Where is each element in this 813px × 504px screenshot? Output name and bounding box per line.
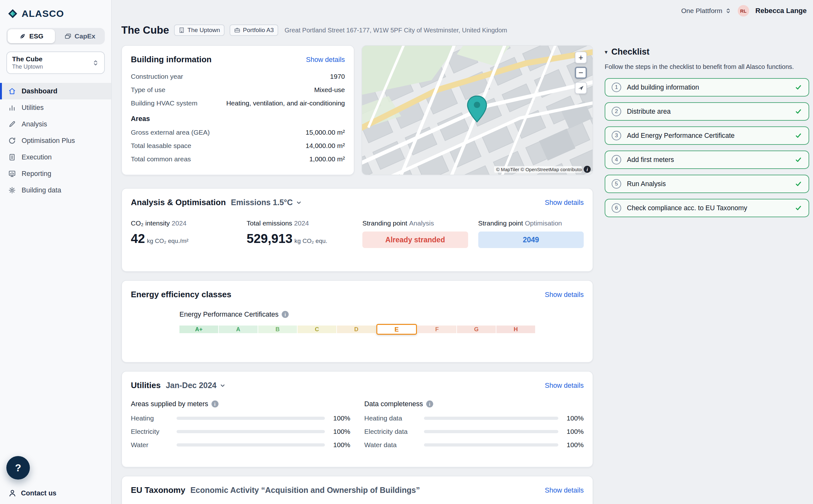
epc-class-c: C: [298, 326, 336, 333]
sidebar-item-dashboard[interactable]: Dashboard: [0, 83, 111, 99]
sidebar-item-optimisation-plus[interactable]: Optimisation Plus: [0, 132, 111, 149]
sidebar-item-building-data[interactable]: Building data: [0, 182, 111, 198]
checklist-item-6[interactable]: 6 Check compliance acc. to EU Taxonomy: [605, 199, 809, 217]
progress-bar: [424, 417, 558, 420]
metric-stranding-analysis: Stranding pointAnalysis Already stranded: [362, 219, 468, 248]
sidebar-item-label: Analysis: [22, 120, 47, 128]
checklist-item-label: Check compliance acc. to EU Taxonomy: [627, 204, 789, 212]
info-icon[interactable]: i: [282, 311, 289, 318]
app-root: ALASCO ESG CapEx The Cube The Uptown Das…: [0, 0, 813, 504]
checklist-item-2[interactable]: 2 Distribute area: [605, 102, 809, 121]
topbar: One Plattform RL Rebecca Lange: [112, 0, 813, 22]
sidebar-item-utilities[interactable]: Utilities: [0, 99, 111, 116]
info-row: Building HVAC system Heating, ventilatio…: [131, 99, 345, 107]
content: Building information Show details Constr…: [112, 45, 813, 504]
eu-taxonomy-show-details-link[interactable]: Show details: [545, 486, 584, 494]
utility-value: 100%: [563, 441, 584, 449]
avatar[interactable]: RL: [738, 5, 749, 17]
attribution-info-icon[interactable]: i: [584, 166, 591, 173]
map-canvas[interactable]: + − © MapTiler © OpenStreetMap contribut…: [361, 45, 593, 175]
info-icon[interactable]: i: [212, 400, 218, 407]
check-icon: [795, 180, 802, 188]
utility-value: 100%: [330, 441, 350, 449]
checklist-item-3[interactable]: 3 Add Energy Performance Certificate: [605, 126, 809, 145]
info-label: Type of use: [131, 86, 165, 94]
epc-scale: A+ A B C D E F G H: [179, 324, 535, 335]
epc-class-f: F: [418, 326, 456, 333]
checklist-item-5[interactable]: 5 Run Analysis: [605, 175, 809, 193]
pen-icon: [8, 120, 16, 128]
gear-icon: [8, 186, 16, 194]
metric-label: Total emissions: [247, 219, 292, 227]
sidebar-item-label: Dashboard: [22, 87, 57, 95]
info-label: Total common areas: [131, 155, 191, 163]
epc-class-a: A: [219, 326, 258, 333]
utilities-show-details-link[interactable]: Show details: [545, 381, 584, 390]
home-icon: [8, 87, 16, 95]
info-value: Mixed-use: [314, 86, 345, 94]
metric-value: 42: [131, 232, 145, 245]
info-label: Building HVAC system: [131, 99, 198, 107]
epc-scale-block: Energy Performance Certificates i A+ A B…: [179, 310, 535, 335]
checklist-header[interactable]: ▾ Checklist: [605, 47, 809, 57]
utility-label: Water data: [364, 441, 419, 449]
building-info-show-details-link[interactable]: Show details: [306, 56, 345, 64]
chevron-down-icon: [219, 382, 226, 389]
page-title: The Cube: [121, 24, 169, 36]
utility-label: Heating data: [364, 414, 419, 422]
info-row: Type of use Mixed-use: [131, 86, 345, 94]
cards-icon: [64, 33, 71, 40]
page-header: The Cube The Uptown Portfolio A3 Great P…: [112, 22, 813, 36]
contact-us[interactable]: Contact us: [8, 489, 57, 497]
epc-show-details-link[interactable]: Show details: [545, 291, 584, 299]
check-icon: [795, 132, 802, 139]
epc-class-g: G: [457, 326, 496, 333]
utility-row: Electricity data 100%: [364, 428, 584, 435]
person-icon: [8, 489, 17, 497]
metric-qualifier: 2024: [294, 219, 309, 227]
tab-capex[interactable]: CapEx: [56, 29, 104, 43]
building-information-card: Building information Show details Constr…: [121, 45, 354, 175]
checklist-item-label: Add first meters: [627, 156, 789, 164]
check-icon: [795, 204, 802, 212]
sidebar-item-reporting[interactable]: Reporting: [0, 165, 111, 182]
analysis-show-details-link[interactable]: Show details: [545, 198, 584, 207]
sidebar-item-analysis[interactable]: Analysis: [0, 116, 111, 132]
sidebar-nav: Dashboard Utilities Analysis Optimisatio…: [0, 83, 111, 198]
sidebar-item-label: Building data: [22, 186, 61, 194]
tab-esg-label: ESG: [29, 32, 43, 40]
sidebar-item-label: Reporting: [22, 170, 51, 178]
checklist-item-4[interactable]: 4 Add first meters: [605, 151, 809, 169]
metrics-row: CO₂ intensity2024 42kg CO₂ equ./m² Total…: [131, 219, 584, 248]
platform-switcher[interactable]: One Plattform: [681, 7, 731, 15]
map-tilt-button[interactable]: [575, 82, 587, 94]
group-title: Data completeness: [364, 400, 423, 408]
help-button[interactable]: ?: [6, 456, 30, 480]
utility-value: 100%: [563, 428, 584, 435]
sidebar: ALASCO ESG CapEx The Cube The Uptown Das…: [0, 0, 112, 504]
progress-bar: [177, 417, 325, 420]
map-zoom-out-button[interactable]: −: [575, 67, 587, 79]
info-icon[interactable]: i: [426, 400, 433, 407]
map-zoom-in-button[interactable]: +: [575, 51, 587, 64]
building-selector[interactable]: The Cube The Uptown: [6, 51, 105, 74]
checklist-item-label: Add Energy Performance Certificate: [627, 132, 789, 139]
epc-class-b: B: [258, 326, 297, 333]
epc-scale-label: Energy Performance Certificates: [179, 310, 279, 319]
utility-row: Water 100%: [131, 441, 350, 449]
eu-taxonomy-subtitle: Economic Activity “Acquisition and Owner…: [190, 486, 420, 495]
sidebar-item-execution[interactable]: Execution: [0, 149, 111, 165]
alasco-diamond-icon: [8, 9, 18, 19]
briefcase-icon: [234, 27, 240, 33]
bar-chart-icon: [8, 104, 16, 111]
tab-esg[interactable]: ESG: [8, 29, 55, 43]
user-name[interactable]: Rebecca Lange: [756, 7, 807, 15]
scenario-dropdown[interactable]: Emissions 1.5°C: [231, 198, 302, 207]
period-dropdown[interactable]: Jan-Dec 2024: [166, 381, 226, 390]
checklist-item-1[interactable]: 1 Add building information: [605, 78, 809, 97]
utility-label: Heating: [131, 414, 171, 422]
step-number: 6: [612, 203, 621, 213]
map-attribution-text: © MapTiler © OpenStreetMap contributors: [494, 166, 582, 173]
metric-unit: kg CO₂ equ.: [294, 238, 327, 244]
chevron-down-icon: [295, 199, 302, 206]
